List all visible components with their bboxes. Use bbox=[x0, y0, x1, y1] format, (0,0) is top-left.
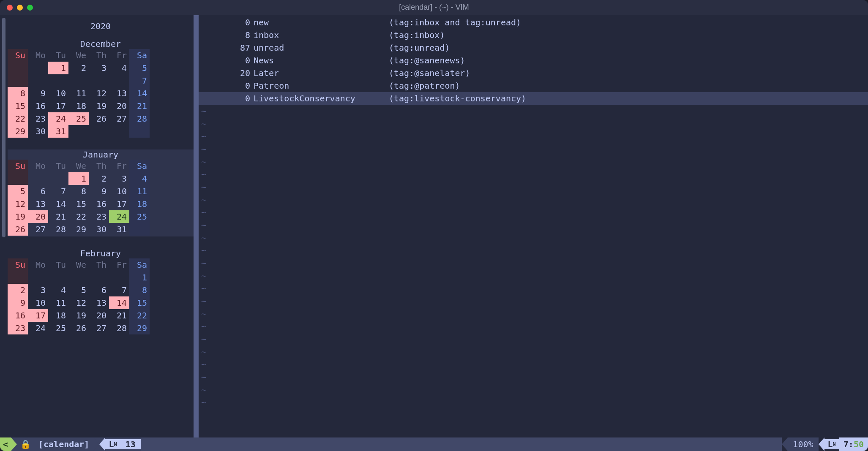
scrollbar-track[interactable] bbox=[0, 15, 8, 437]
calendar-day[interactable]: 28 bbox=[129, 112, 150, 125]
calendar-day[interactable]: 4 bbox=[129, 172, 150, 185]
folder-row[interactable]: 87unread(tag:unread) bbox=[199, 41, 868, 54]
calendar-day[interactable]: 23 bbox=[28, 112, 48, 125]
calendar-day[interactable]: 5 bbox=[8, 185, 28, 198]
calendar-day[interactable]: 12 bbox=[8, 198, 28, 210]
calendar-day[interactable]: 3 bbox=[89, 62, 109, 74]
calendar-day[interactable]: 7 bbox=[48, 185, 68, 198]
calendar-day[interactable]: 4 bbox=[109, 62, 129, 74]
calendar-day[interactable]: 14 bbox=[109, 296, 129, 309]
calendar-day[interactable]: 5 bbox=[129, 62, 150, 74]
folder-row[interactable]: 0new(tag:inbox and tag:unread) bbox=[199, 16, 868, 29]
calendar-day[interactable]: 1 bbox=[48, 62, 68, 74]
calendar-day[interactable]: 25 bbox=[129, 210, 150, 223]
calendar-day[interactable]: 16 bbox=[8, 309, 28, 322]
calendar-day[interactable]: 22 bbox=[8, 112, 28, 125]
calendar-day[interactable]: 6 bbox=[89, 284, 109, 296]
calendar-day[interactable]: 21 bbox=[109, 309, 129, 322]
calendar-day[interactable]: 13 bbox=[89, 296, 109, 309]
scrollbar-thumb[interactable] bbox=[2, 18, 5, 237]
calendar-day[interactable]: 18 bbox=[129, 198, 150, 210]
calendar-day[interactable]: 29 bbox=[68, 223, 89, 236]
calendar-day[interactable]: 16 bbox=[89, 198, 109, 210]
calendar-day[interactable]: 10 bbox=[109, 185, 129, 198]
calendar-day[interactable]: 14 bbox=[129, 87, 150, 100]
calendar-day[interactable]: 26 bbox=[68, 322, 89, 334]
calendar-day[interactable]: 14 bbox=[48, 198, 68, 210]
calendar-day[interactable]: 25 bbox=[68, 112, 89, 125]
calendar-day[interactable]: 10 bbox=[48, 87, 68, 100]
calendar-day[interactable]: 22 bbox=[68, 210, 89, 223]
calendar-day[interactable]: 6 bbox=[28, 185, 48, 198]
calendar-day[interactable]: 2 bbox=[89, 172, 109, 185]
calendar-day[interactable]: 16 bbox=[28, 100, 48, 112]
calendar-day[interactable]: 17 bbox=[109, 198, 129, 210]
calendar-sidebar[interactable]: 2020 DecemberSuMoTuWeThFrSa1234578910111… bbox=[8, 15, 194, 437]
calendar-day[interactable]: 9 bbox=[28, 87, 48, 100]
calendar-day[interactable]: 11 bbox=[48, 296, 68, 309]
zoom-icon[interactable] bbox=[27, 5, 33, 11]
calendar-day[interactable]: 20 bbox=[109, 100, 129, 112]
calendar-day[interactable]: 22 bbox=[129, 309, 150, 322]
calendar-day[interactable]: 20 bbox=[28, 210, 48, 223]
calendar-day[interactable]: 10 bbox=[28, 296, 48, 309]
calendar-day[interactable]: 21 bbox=[129, 100, 150, 112]
calendar-day[interactable]: 21 bbox=[48, 210, 68, 223]
calendar-day[interactable]: 12 bbox=[89, 87, 109, 100]
calendar-day[interactable]: 7 bbox=[109, 284, 129, 296]
calendar-day[interactable]: 9 bbox=[89, 185, 109, 198]
calendar-day[interactable]: 3 bbox=[28, 284, 48, 296]
calendar-day[interactable]: 25 bbox=[48, 322, 68, 334]
calendar-day[interactable]: 4 bbox=[48, 284, 68, 296]
calendar-day[interactable]: 28 bbox=[109, 322, 129, 334]
calendar-day[interactable]: 2 bbox=[8, 284, 28, 296]
calendar-day[interactable]: 26 bbox=[8, 223, 28, 236]
minimize-icon[interactable] bbox=[17, 5, 23, 11]
calendar-day[interactable]: 8 bbox=[68, 185, 89, 198]
calendar-day[interactable]: 29 bbox=[129, 322, 150, 334]
folder-row[interactable]: 0LivestockConservancy(tag:livestock-cons… bbox=[199, 92, 868, 105]
calendar-day[interactable]: 8 bbox=[8, 87, 28, 100]
calendar-day[interactable]: 27 bbox=[109, 112, 129, 125]
calendar-day[interactable]: 11 bbox=[68, 87, 89, 100]
calendar-day[interactable]: 7 bbox=[129, 74, 150, 87]
calendar-day[interactable]: 18 bbox=[48, 309, 68, 322]
calendar-day[interactable]: 3 bbox=[109, 172, 129, 185]
calendar-day[interactable]: 17 bbox=[48, 100, 68, 112]
calendar-day[interactable]: 30 bbox=[89, 223, 109, 236]
calendar-day[interactable]: 27 bbox=[89, 322, 109, 334]
calendar-day[interactable]: 29 bbox=[8, 125, 28, 138]
calendar-day[interactable]: 19 bbox=[8, 210, 28, 223]
calendar-day[interactable]: 30 bbox=[28, 125, 48, 138]
calendar-day[interactable]: 23 bbox=[8, 322, 28, 334]
folder-row[interactable]: 0Patreon(tag:@patreon) bbox=[199, 79, 868, 92]
calendar-day[interactable]: 28 bbox=[48, 223, 68, 236]
editor-pane[interactable]: 0new(tag:inbox and tag:unread)8inbox(tag… bbox=[199, 15, 868, 437]
calendar-day[interactable]: 24 bbox=[48, 112, 68, 125]
calendar-day[interactable]: 5 bbox=[68, 284, 89, 296]
calendar-day[interactable]: 31 bbox=[48, 125, 68, 138]
calendar-day[interactable]: 1 bbox=[129, 271, 150, 284]
calendar-day[interactable]: 2 bbox=[68, 62, 89, 74]
folder-row[interactable]: 0News(tag:@sanenews) bbox=[199, 54, 868, 67]
calendar-day[interactable]: 27 bbox=[28, 223, 48, 236]
calendar-day[interactable]: 15 bbox=[8, 100, 28, 112]
calendar-day[interactable]: 19 bbox=[68, 309, 89, 322]
vertical-split-border[interactable] bbox=[194, 15, 199, 437]
calendar-day[interactable]: 26 bbox=[89, 112, 109, 125]
calendar-day[interactable]: 23 bbox=[89, 210, 109, 223]
calendar-day[interactable]: 17 bbox=[28, 309, 48, 322]
calendar-day[interactable]: 11 bbox=[129, 185, 150, 198]
close-icon[interactable] bbox=[7, 5, 13, 11]
calendar-day[interactable]: 15 bbox=[68, 198, 89, 210]
calendar-day[interactable]: 20 bbox=[89, 309, 109, 322]
folder-row[interactable]: 20Later(tag:@sanelater) bbox=[199, 67, 868, 79]
calendar-day[interactable]: 9 bbox=[8, 296, 28, 309]
folder-row[interactable]: 8inbox(tag:inbox) bbox=[199, 29, 868, 41]
calendar-day[interactable]: 19 bbox=[89, 100, 109, 112]
calendar-day[interactable]: 24 bbox=[109, 210, 129, 223]
calendar-day[interactable]: 8 bbox=[129, 284, 150, 296]
calendar-day[interactable]: 31 bbox=[109, 223, 129, 236]
calendar-day[interactable]: 24 bbox=[28, 322, 48, 334]
calendar-day[interactable]: 15 bbox=[129, 296, 150, 309]
